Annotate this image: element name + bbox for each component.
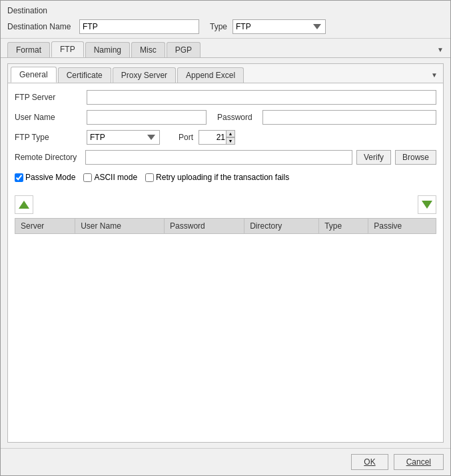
tab-certificate[interactable]: Certificate [58,67,111,83]
inner-tabs: General Certificate Proxy Server Append … [8,64,443,83]
destination-dialog: Destination Destination Name Type FTP SF… [0,0,451,476]
username-password-row: User Name Password [15,110,436,125]
port-label: Port [179,133,193,142]
passive-mode-label: Passive Mode [25,173,75,182]
ascii-mode-checkbox[interactable] [83,173,92,182]
tab-ftp[interactable]: FTP [51,41,84,57]
retry-checkbox-label[interactable]: Retry uploading if the transaction fails [145,173,289,182]
col-passive: Passive [368,219,436,234]
data-table: Server User Name Password Directory Type… [15,218,436,234]
browse-button[interactable]: Browse [395,150,436,165]
add-row-button[interactable] [15,195,33,214]
remote-dir-label: Remote Directory [15,153,81,162]
dest-name-label: Destination Name [7,22,74,31]
cancel-button[interactable]: Cancel [394,454,444,470]
retry-label: Retry uploading if the transaction fails [156,173,289,182]
remote-dir-input[interactable] [85,150,352,165]
ascii-mode-label: ASCII mode [94,173,137,182]
destination-name-input[interactable] [79,19,199,34]
down-arrow-icon [422,201,432,209]
ftp-server-input[interactable] [87,90,436,105]
tab-append-excel[interactable]: Append Excel [177,67,244,83]
ascii-mode-checkbox-label[interactable]: ASCII mode [83,173,137,182]
tab-naming[interactable]: Naming [85,42,130,57]
bottom-buttons: OK Cancel [1,448,450,475]
col-password: Password [165,219,244,234]
ftptype-port-row: FTP Type FTP FTPS FTPES Port ▲ ▼ [15,130,436,145]
username-input[interactable] [87,110,207,125]
inner-panel-body: FTP Server User Name Password FTP Type [8,83,443,442]
content-area: General Certificate Proxy Server Append … [1,58,450,448]
ftp-server-row: FTP Server [15,90,436,105]
port-spinners: ▲ ▼ [226,130,235,145]
destination-header: Destination Destination Name Type FTP SF… [1,1,450,39]
col-username: User Name [75,219,165,234]
col-server: Server [15,219,75,234]
inner-panel: General Certificate Proxy Server Append … [7,63,444,443]
type-select[interactable]: FTP SFTP HTTP HTTPS [232,19,326,34]
tab-pgp[interactable]: PGP [167,42,201,57]
port-spinner-up[interactable]: ▲ [226,130,235,137]
remove-row-button[interactable] [418,195,436,214]
table-controls [8,191,443,218]
remote-dir-row: Remote Directory Verify Browse [15,150,436,165]
tab-proxy-server[interactable]: Proxy Server [113,67,176,83]
verify-button[interactable]: Verify [356,150,391,165]
inner-tabs-dropdown-icon[interactable]: ▼ [431,71,438,79]
col-directory: Directory [244,219,319,234]
username-label: User Name [15,113,81,122]
port-input-wrap: ▲ ▼ [199,130,235,145]
tab-format[interactable]: Format [7,42,50,57]
table-section: Server User Name Password Directory Type… [8,191,443,442]
passive-mode-checkbox[interactable] [15,173,23,182]
passive-mode-checkbox-label[interactable]: Passive Mode [15,173,75,182]
col-type: Type [319,219,368,234]
tab-misc[interactable]: Misc [131,42,165,57]
password-label: Password [217,113,257,122]
ftp-type-label: FTP Type [15,133,81,142]
ftp-type-select[interactable]: FTP FTPS FTPES [87,130,160,145]
ok-button[interactable]: OK [351,454,388,470]
destination-title: Destination [7,6,444,15]
tab-general[interactable]: General [11,67,57,83]
general-form: FTP Server User Name Password FTP Type [8,83,443,191]
up-arrow-icon [19,201,29,209]
retry-checkbox[interactable] [145,173,154,182]
main-tabs: Format FTP Naming Misc PGP ▼ [1,39,450,58]
password-input[interactable] [262,110,436,125]
port-spinner-down[interactable]: ▼ [226,137,235,145]
type-label: Type [210,22,227,31]
table-wrap: Server User Name Password Directory Type… [8,218,443,442]
main-tabs-dropdown-icon[interactable]: ▼ [437,46,444,53]
checkboxes-row: Passive Mode ASCII mode Retry uploading … [15,170,436,185]
ftp-server-label: FTP Server [15,93,81,102]
